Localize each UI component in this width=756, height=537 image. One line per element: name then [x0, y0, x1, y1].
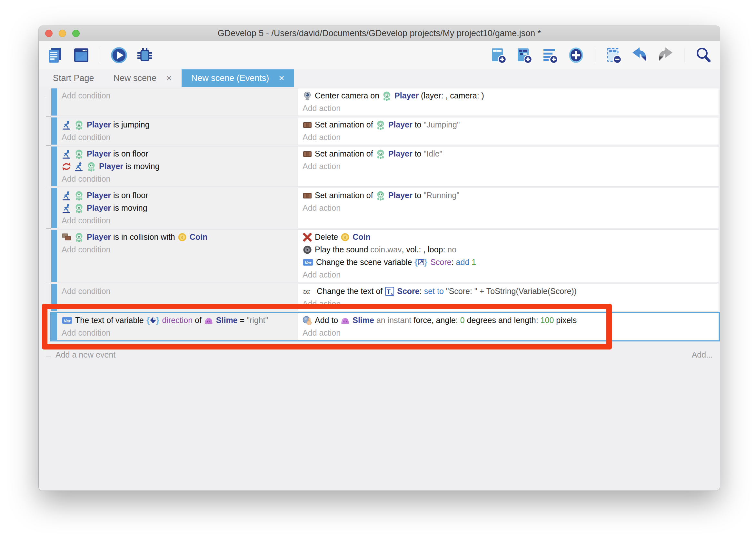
instruction-text: is moving [111, 203, 147, 213]
tab-close-icon[interactable]: × [279, 73, 284, 83]
add-action-button[interactable]: Add action [298, 327, 719, 339]
add-event-icon [490, 47, 507, 64]
project-manager-button[interactable] [47, 46, 64, 64]
instruction-text: of [193, 315, 204, 325]
add-condition-button[interactable]: Add condition [57, 285, 298, 298]
add-action-button[interactable]: Add action [298, 160, 719, 173]
minimize-window-button[interactable] [59, 30, 66, 37]
conditions-cell[interactable]: Player is on floorPlayer is movingAdd co… [57, 146, 298, 186]
action-line[interactable]: Delete 0Coin [298, 231, 719, 243]
titlebar[interactable]: GDevelop 5 - /Users/david/Documents/GDev… [39, 26, 720, 41]
events-footer: Add a new event Add... [39, 350, 720, 363]
not-icon [61, 162, 71, 171]
condition-line[interactable]: Player is jumping [57, 118, 298, 131]
conditions-cell[interactable]: Add condition [57, 88, 298, 115]
add-action-button[interactable]: Add action [298, 131, 719, 144]
actions-cell[interactable]: Set animation of Player to "Running"Add … [298, 188, 719, 228]
condition-line[interactable]: Player is in collision with 0Coin [57, 231, 298, 243]
add-subevent-button[interactable] [515, 46, 533, 64]
event-color-bar[interactable] [51, 88, 57, 115]
force-icon [303, 315, 312, 325]
debug-button[interactable] [136, 46, 154, 64]
events-sheet: Add conditionCenter camera on Player (la… [39, 87, 720, 490]
tab-start-page[interactable]: Start Page [43, 69, 104, 87]
add-action-button[interactable]: Add action [298, 268, 719, 281]
delete-event-button[interactable] [605, 46, 623, 64]
instruction-text: Center camera on [315, 91, 382, 101]
event-row[interactable]: Player is on floorPlayer is movingAdd co… [51, 188, 719, 228]
action-line[interactable]: Play the sound coin.wav, vol.: , loop: n… [298, 243, 719, 256]
actions-cell[interactable]: Set animation of Player to "Idle"Add act… [298, 146, 719, 186]
add-event-button[interactable] [490, 46, 508, 64]
close-window-button[interactable] [45, 30, 53, 37]
search-button[interactable] [694, 46, 712, 64]
actions-cell[interactable]: txtChange the text of TxScore: set to "S… [298, 284, 719, 311]
conditions-cell[interactable]: Add condition [57, 284, 298, 311]
actions-cell[interactable]: Add to Slime an instant force, angle: 0 … [298, 313, 719, 340]
conditions-cell[interactable]: Player is in collision with 0CoinAdd con… [57, 230, 298, 282]
tab-close-icon[interactable]: × [166, 73, 172, 83]
actions-cell[interactable]: Delete 0CoinPlay the sound coin.wav, vol… [298, 230, 719, 282]
add-condition-button[interactable]: Add condition [57, 173, 298, 185]
platformer-icon [61, 203, 71, 213]
action-line[interactable]: VarChange the scene variable {}Score: ad… [298, 256, 719, 268]
add-action-button[interactable]: Add action [298, 202, 719, 214]
event-color-bar[interactable] [51, 313, 57, 340]
action-line[interactable]: Add to Slime an instant force, angle: 0 … [298, 314, 719, 327]
scene-editor-button[interactable] [72, 46, 90, 64]
undo-button[interactable] [630, 46, 649, 64]
add-condition-button[interactable]: Add condition [57, 243, 298, 256]
event-color-bar[interactable] [51, 230, 57, 282]
condition-line[interactable]: Player is on floor [57, 189, 298, 202]
event-row[interactable]: Player is jumpingAdd conditionSet animat… [51, 117, 719, 145]
add-condition-button[interactable]: Add condition [57, 214, 298, 227]
animation-icon [303, 149, 312, 159]
actions-cell[interactable]: Set animation of Player to "Jumping"Add … [298, 117, 719, 145]
conditions-cell[interactable]: Player is on floorPlayer is movingAdd co… [57, 188, 298, 228]
instruction-text: Player [388, 120, 412, 129]
add-action-button[interactable]: Add action [298, 298, 719, 310]
action-line[interactable]: txtChange the text of TxScore: set to "S… [298, 285, 719, 298]
add-condition-button[interactable]: Add condition [57, 89, 298, 102]
instruction-text: Coin [190, 232, 208, 242]
player-icon [86, 161, 96, 172]
condition-line[interactable]: Player is moving [57, 160, 298, 173]
action-line[interactable]: Center camera on Player (layer: , camera… [298, 89, 719, 102]
add-condition-button[interactable]: Add condition [57, 327, 298, 339]
action-line[interactable]: Set animation of Player to "Jumping" [298, 118, 719, 131]
actions-cell[interactable]: Center camera on Player (layer: , camera… [298, 88, 719, 115]
scene-window-icon [73, 47, 90, 64]
tab-label: Start Page [53, 73, 94, 83]
event-row[interactable]: Player is on floorPlayer is movingAdd co… [51, 146, 719, 186]
tab-new-scene[interactable]: New scene× [104, 69, 182, 87]
event-row[interactable]: Add conditionCenter camera on Player (la… [51, 88, 719, 116]
zoom-window-button[interactable] [72, 30, 80, 37]
tree-tick [46, 116, 51, 116]
add-other-event-button[interactable] [567, 46, 585, 64]
event-row[interactable]: VarThe text of variable {}direction of S… [51, 313, 719, 341]
event-row[interactable]: Add conditiontxtChange the text of TxSco… [51, 284, 719, 311]
condition-line[interactable]: Player is moving [57, 202, 298, 214]
scene-variable-icon: Var [303, 258, 314, 267]
add-condition-button[interactable]: Add condition [57, 131, 298, 144]
event-color-bar[interactable] [51, 284, 57, 311]
conditions-cell[interactable]: VarThe text of variable {}direction of S… [57, 313, 298, 340]
conditions-cell[interactable]: Player is jumpingAdd condition [57, 117, 298, 145]
action-line[interactable]: Set animation of Player to "Running" [298, 189, 719, 202]
redo-button[interactable] [656, 46, 674, 64]
event-color-bar[interactable] [51, 117, 57, 145]
condition-line[interactable]: VarThe text of variable {}direction of S… [57, 314, 298, 327]
event-color-bar[interactable] [51, 146, 57, 186]
tab-new-scene-events[interactable]: New scene (Events)× [182, 69, 294, 87]
add-new-event-button[interactable]: Add a new event [56, 350, 115, 359]
add-action-button[interactable]: Add action [298, 102, 719, 114]
condition-line[interactable]: Player is on floor [57, 147, 298, 160]
event-color-bar[interactable] [51, 188, 57, 228]
action-line[interactable]: Set animation of Player to "Idle" [298, 147, 719, 160]
add-comment-button[interactable] [541, 46, 559, 64]
preview-play-button[interactable] [110, 46, 128, 64]
event-row[interactable]: Player is in collision with 0CoinAdd con… [51, 229, 719, 282]
add-more-button[interactable]: Add... [692, 350, 713, 359]
platformer-icon [61, 191, 71, 200]
slime-icon [340, 315, 350, 325]
